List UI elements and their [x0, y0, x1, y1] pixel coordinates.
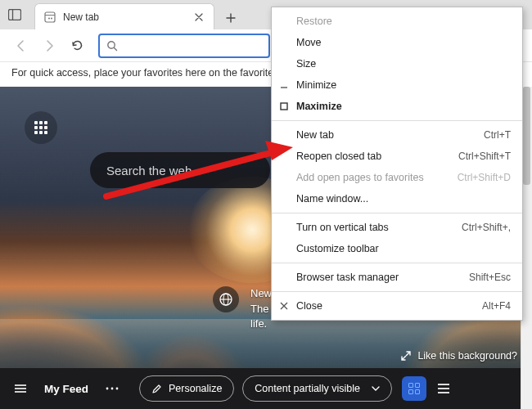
ctx-item-label: Browser task manager — [296, 272, 469, 283]
ctx-item-label: Customize toolbar — [296, 243, 511, 254]
apps-launcher-button[interactable] — [25, 111, 57, 144]
bottom-bar: My Feed Personalize Content partially vi… — [0, 368, 532, 409]
ctx-item-shortcut: Ctrl+Shift+, — [462, 222, 511, 233]
chevron-down-icon — [372, 386, 380, 391]
grid-layout-icon — [408, 383, 420, 394]
ctx-item-shortcut: Alt+F4 — [482, 300, 511, 312]
ctx-item-minimize[interactable]: Minimize — [272, 74, 522, 96]
ctx-item-label: Move — [296, 37, 511, 48]
svg-rect-2 — [45, 12, 55, 22]
personalize-label: Personalize — [169, 383, 222, 394]
ctx-item-maximize[interactable]: Maximize — [272, 96, 522, 117]
tab-actions-button[interactable] — [0, 0, 29, 29]
ctx-item-label: Restore — [296, 16, 511, 27]
pencil-icon — [151, 384, 162, 394]
ctx-item-turn-on-vertical-tabs[interactable]: Turn on vertical tabsCtrl+Shift+, — [272, 217, 522, 238]
globe-icon — [213, 286, 239, 312]
ctx-item-close[interactable]: CloseAlt+F4 — [272, 295, 522, 317]
new-tab-button[interactable] — [219, 7, 242, 29]
svg-point-4 — [48, 17, 50, 19]
like-background-label: Like this background? — [417, 350, 517, 362]
scrollbar-thumb[interactable] — [523, 87, 530, 185]
ctx-separator — [272, 120, 522, 121]
ctx-item-label: Size — [296, 58, 511, 70]
svg-point-18 — [116, 388, 119, 390]
svg-rect-0 — [9, 10, 21, 20]
address-bar[interactable] — [98, 34, 270, 58]
layout-toggle-group — [402, 376, 456, 401]
ctx-item-label: New tab — [296, 129, 484, 141]
svg-point-17 — [111, 388, 114, 390]
content-visibility-label: Content partially visible — [255, 383, 360, 394]
feed-options-button[interactable] — [100, 376, 124, 401]
tab[interactable]: New tab — [34, 3, 214, 29]
ctx-item-label: Turn on vertical tabs — [296, 222, 462, 233]
list-layout-icon — [438, 384, 449, 393]
title-bar-context-menu: RestoreMoveSizeMinimizeMaximizeNew tabCt… — [271, 7, 523, 321]
personalize-button[interactable]: Personalize — [139, 375, 234, 402]
ctx-item-name-window[interactable]: Name window... — [272, 188, 522, 209]
ctx-item-shortcut: Shift+Esc — [469, 272, 511, 283]
ctx-item-add-open-pages-to-favorites: Add open pages to favoritesCtrl+Shift+D — [272, 167, 522, 188]
ctx-item-new-tab[interactable]: New tabCtrl+T — [272, 124, 522, 146]
ctx-item-label: Add open pages to favorites — [296, 172, 458, 183]
ctx-item-shortcut: Ctrl+Shift+T — [458, 151, 511, 162]
ctx-separator — [272, 291, 522, 292]
ctx-item-shortcut: Ctrl+T — [484, 129, 511, 141]
search-icon — [106, 40, 118, 52]
grid-icon — [34, 121, 47, 134]
layout-list-button[interactable] — [431, 376, 456, 401]
tab-close-button[interactable] — [192, 11, 205, 24]
ctx-item-label: Maximize — [296, 101, 511, 112]
ctx-item-label: Minimize — [296, 79, 511, 91]
browser-window: New tab F — [0, 0, 532, 409]
content-visibility-dropdown[interactable]: Content partially visible — [242, 375, 392, 402]
layout-grid-button[interactable] — [402, 376, 426, 401]
like-background-link[interactable]: Like this background? — [401, 350, 517, 362]
ctx-item-label: Name window... — [296, 193, 511, 204]
ctx-item-size[interactable]: Size — [272, 53, 522, 74]
ctx-item-label: Close — [296, 300, 482, 312]
maximize-icon — [272, 102, 296, 110]
web-search-box[interactable]: Search the web — [90, 152, 270, 188]
ctx-item-shortcut: Ctrl+Shift+D — [458, 172, 511, 183]
address-input[interactable] — [124, 39, 262, 52]
menu-button[interactable] — [8, 376, 33, 401]
tab-title: New tab — [63, 11, 192, 23]
expand-icon — [401, 351, 411, 361]
newtab-favicon-icon — [43, 11, 56, 24]
ctx-item-move[interactable]: Move — [272, 32, 522, 53]
ctx-item-reopen-closed-tab[interactable]: Reopen closed tabCtrl+Shift+T — [272, 146, 522, 167]
ctx-item-customize-toolbar[interactable]: Customize toolbar — [272, 238, 522, 259]
close-icon — [272, 302, 296, 310]
feed-label: My Feed — [44, 383, 88, 395]
refresh-button[interactable] — [64, 33, 90, 59]
svg-rect-20 — [281, 103, 287, 110]
svg-line-9 — [114, 47, 116, 50]
forward-button[interactable] — [36, 33, 62, 59]
web-search-placeholder: Search the web — [106, 164, 192, 178]
ctx-item-label: Reopen closed tab — [296, 151, 458, 162]
ctx-item-browser-task-manager[interactable]: Browser task managerShift+Esc — [272, 267, 522, 288]
back-button[interactable] — [8, 33, 34, 59]
ctx-separator — [272, 263, 522, 263]
ctx-separator — [272, 213, 522, 213]
minimize-icon — [272, 81, 296, 89]
ctx-item-restore: Restore — [272, 11, 522, 32]
svg-point-5 — [51, 17, 52, 19]
svg-point-16 — [106, 388, 109, 390]
